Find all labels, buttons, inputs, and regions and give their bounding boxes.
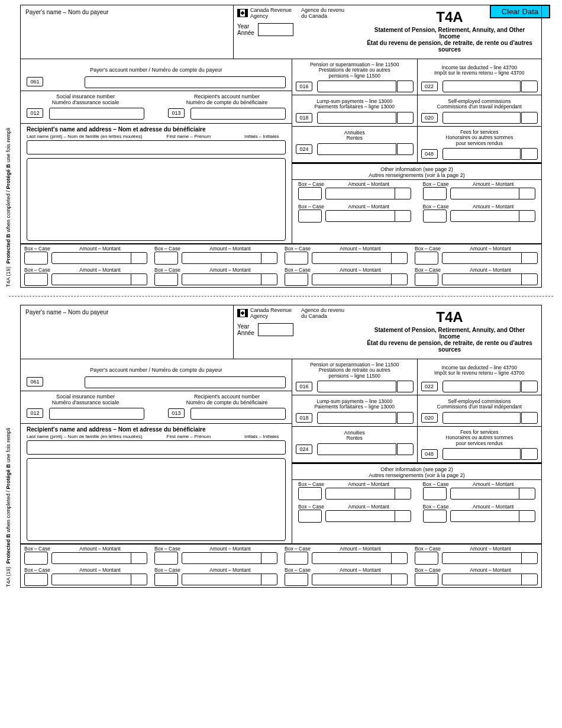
other-amt[interactable]: [442, 273, 522, 285]
other-box[interactable]: [298, 187, 322, 200]
other-amt[interactable]: [442, 574, 522, 585]
payer-name-area[interactable]: Payer's name – Nom du payeur: [21, 5, 234, 59]
other-box[interactable]: [423, 210, 447, 223]
other-amt-cents[interactable]: [131, 252, 147, 264]
field-022[interactable]: [443, 381, 521, 392]
other-amt-cents[interactable]: [261, 273, 277, 285]
field-022[interactable]: [443, 80, 521, 92]
field-048[interactable]: [443, 148, 521, 160]
other-amt[interactable]: [51, 552, 131, 564]
other-amt-cents[interactable]: [519, 488, 535, 500]
payer-acct-field[interactable]: [85, 76, 286, 88]
field-024[interactable]: [317, 443, 396, 455]
other-box[interactable]: [415, 552, 438, 565]
other-box[interactable]: [24, 273, 48, 286]
field-020-cents[interactable]: [521, 112, 538, 124]
other-amt-cents[interactable]: [521, 252, 538, 264]
field-018[interactable]: [317, 412, 396, 424]
other-box[interactable]: [285, 573, 308, 586]
other-amt[interactable]: [312, 552, 392, 564]
sin-field[interactable]: [49, 408, 144, 420]
field-016-cents[interactable]: [397, 381, 414, 392]
other-amt-cents[interactable]: [261, 552, 277, 564]
other-amt[interactable]: [51, 273, 131, 285]
other-amt-cents[interactable]: [391, 273, 408, 285]
other-amt[interactable]: [182, 552, 261, 564]
other-amt-cents[interactable]: [395, 188, 411, 199]
field-024-cents[interactable]: [397, 443, 414, 455]
field-024-cents[interactable]: [397, 143, 414, 155]
other-amt-cents[interactable]: [131, 552, 147, 564]
other-box[interactable]: [298, 487, 322, 500]
payer-name-area[interactable]: Payer's name – Nom du payeur: [21, 305, 234, 359]
other-amt-cents[interactable]: [395, 488, 411, 500]
field-020[interactable]: [443, 412, 521, 424]
other-box[interactable]: [154, 252, 178, 265]
other-amt[interactable]: [182, 574, 261, 585]
field-016[interactable]: [317, 381, 396, 392]
other-amt-cents[interactable]: [391, 574, 408, 585]
other-box[interactable]: [24, 552, 48, 565]
recip-acct-field[interactable]: [190, 408, 286, 420]
name-field[interactable]: [27, 140, 286, 154]
other-amt-cents[interactable]: [521, 574, 538, 585]
other-box[interactable]: [415, 252, 438, 265]
other-amt[interactable]: [182, 273, 261, 285]
other-box[interactable]: [285, 273, 308, 286]
other-box[interactable]: [423, 487, 447, 500]
other-amt[interactable]: [450, 510, 520, 522]
other-box[interactable]: [154, 573, 178, 586]
other-amt[interactable]: [442, 252, 522, 264]
other-amt-cents[interactable]: [521, 552, 538, 564]
other-amt[interactable]: [325, 188, 395, 199]
other-amt[interactable]: [312, 574, 392, 585]
field-020[interactable]: [443, 112, 521, 124]
field-020-cents[interactable]: [521, 412, 538, 424]
other-box[interactable]: [423, 510, 447, 523]
other-amt[interactable]: [325, 488, 395, 500]
other-box[interactable]: [285, 552, 308, 565]
other-amt[interactable]: [312, 252, 392, 264]
other-amt[interactable]: [51, 574, 131, 585]
other-amt[interactable]: [450, 188, 520, 199]
other-amt-cents[interactable]: [519, 510, 535, 522]
recip-acct-field[interactable]: [190, 108, 286, 120]
other-box[interactable]: [154, 273, 178, 286]
other-amt[interactable]: [450, 488, 520, 500]
field-048-cents[interactable]: [521, 448, 538, 460]
other-box[interactable]: [154, 552, 178, 565]
year-field[interactable]: [258, 23, 293, 36]
field-024[interactable]: [317, 143, 396, 155]
other-box[interactable]: [285, 252, 308, 265]
field-016-cents[interactable]: [397, 80, 414, 92]
other-amt-cents[interactable]: [131, 574, 147, 585]
other-amt-cents[interactable]: [261, 252, 277, 264]
field-018-cents[interactable]: [397, 412, 414, 424]
year-field[interactable]: [258, 323, 293, 336]
other-amt-cents[interactable]: [131, 273, 147, 285]
other-amt-cents[interactable]: [519, 188, 535, 199]
other-box[interactable]: [298, 510, 322, 523]
other-amt-cents[interactable]: [519, 210, 535, 222]
field-022-cents[interactable]: [521, 80, 538, 92]
other-box[interactable]: [24, 252, 48, 265]
other-box[interactable]: [24, 573, 48, 586]
other-amt[interactable]: [325, 510, 395, 522]
other-amt-cents[interactable]: [391, 552, 408, 564]
other-box[interactable]: [415, 273, 438, 286]
other-amt[interactable]: [325, 210, 395, 222]
payer-acct-field[interactable]: [85, 376, 286, 388]
address-field[interactable]: [27, 158, 286, 241]
other-amt-cents[interactable]: [521, 273, 538, 285]
sin-field[interactable]: [49, 108, 144, 120]
other-amt[interactable]: [182, 252, 261, 264]
field-048-cents[interactable]: [521, 148, 538, 160]
other-box[interactable]: [298, 210, 322, 223]
name-field[interactable]: [27, 440, 286, 455]
other-amt[interactable]: [312, 273, 392, 285]
other-amt-cents[interactable]: [395, 510, 411, 522]
field-022-cents[interactable]: [521, 381, 538, 392]
other-amt[interactable]: [442, 552, 522, 564]
other-amt-cents[interactable]: [395, 210, 411, 222]
other-box[interactable]: [415, 573, 438, 586]
